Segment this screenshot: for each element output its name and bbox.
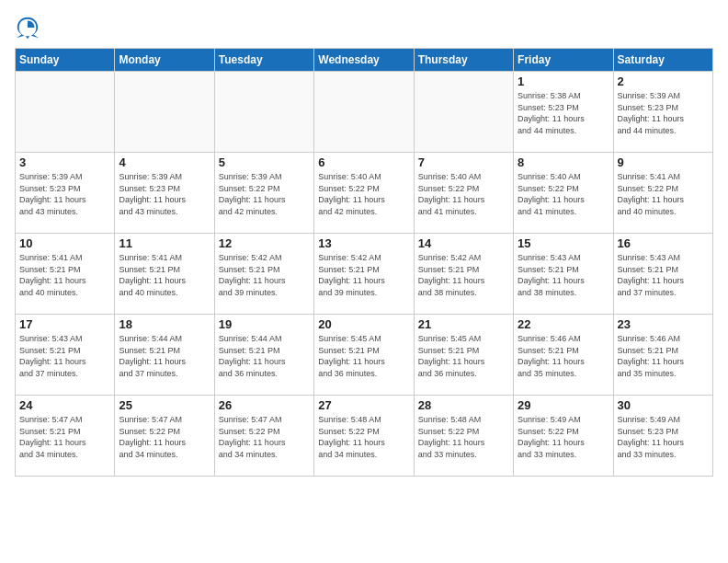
day-number: 1 bbox=[518, 75, 609, 88]
day-info: Sunrise: 5:42 AM Sunset: 5:21 PM Dayligh… bbox=[418, 252, 509, 298]
calendar-cell: 12Sunrise: 5:42 AM Sunset: 5:21 PM Dayli… bbox=[214, 234, 313, 315]
day-info: Sunrise: 5:44 AM Sunset: 5:21 PM Dayligh… bbox=[219, 333, 310, 379]
day-number: 22 bbox=[518, 317, 609, 331]
calendar-cell: 11Sunrise: 5:41 AM Sunset: 5:21 PM Dayli… bbox=[115, 234, 214, 315]
day-info: Sunrise: 5:39 AM Sunset: 5:23 PM Dayligh… bbox=[19, 171, 110, 217]
calendar-cell: 25Sunrise: 5:47 AM Sunset: 5:22 PM Dayli… bbox=[115, 396, 214, 477]
calendar-cell: 26Sunrise: 5:47 AM Sunset: 5:22 PM Dayli… bbox=[214, 396, 313, 477]
day-number: 4 bbox=[119, 155, 210, 169]
calendar-cell: 8Sunrise: 5:40 AM Sunset: 5:22 PM Daylig… bbox=[514, 153, 613, 234]
page-container: SundayMondayTuesdayWednesdayThursdayFrid… bbox=[0, 0, 728, 484]
day-number: 12 bbox=[219, 236, 310, 250]
day-number: 19 bbox=[219, 317, 310, 331]
week-row-4: 17Sunrise: 5:43 AM Sunset: 5:21 PM Dayli… bbox=[16, 315, 713, 396]
weekday-header-thursday: Thursday bbox=[414, 49, 513, 72]
day-number: 3 bbox=[19, 155, 110, 169]
week-row-3: 10Sunrise: 5:41 AM Sunset: 5:21 PM Dayli… bbox=[16, 234, 713, 315]
weekday-header-sunday: Sunday bbox=[16, 49, 115, 72]
weekday-header-saturday: Saturday bbox=[613, 49, 712, 72]
calendar-cell bbox=[214, 72, 313, 153]
weekday-header-monday: Monday bbox=[115, 49, 214, 72]
calendar-cell: 24Sunrise: 5:47 AM Sunset: 5:21 PM Dayli… bbox=[16, 396, 115, 477]
calendar-cell: 5Sunrise: 5:39 AM Sunset: 5:22 PM Daylig… bbox=[214, 153, 313, 234]
day-info: Sunrise: 5:45 AM Sunset: 5:21 PM Dayligh… bbox=[418, 333, 509, 379]
day-number: 26 bbox=[219, 398, 310, 412]
week-row-2: 3Sunrise: 5:39 AM Sunset: 5:23 PM Daylig… bbox=[16, 153, 713, 234]
day-info: Sunrise: 5:42 AM Sunset: 5:21 PM Dayligh… bbox=[318, 252, 409, 298]
calendar-cell: 20Sunrise: 5:45 AM Sunset: 5:21 PM Dayli… bbox=[314, 315, 414, 396]
calendar-cell: 19Sunrise: 5:44 AM Sunset: 5:21 PM Dayli… bbox=[214, 315, 313, 396]
day-info: Sunrise: 5:41 AM Sunset: 5:22 PM Dayligh… bbox=[618, 171, 709, 217]
day-info: Sunrise: 5:41 AM Sunset: 5:21 PM Dayligh… bbox=[19, 252, 110, 298]
calendar-cell: 7Sunrise: 5:40 AM Sunset: 5:22 PM Daylig… bbox=[414, 153, 513, 234]
logo bbox=[15, 15, 44, 40]
calendar-cell bbox=[414, 72, 513, 153]
calendar-cell: 17Sunrise: 5:43 AM Sunset: 5:21 PM Dayli… bbox=[16, 315, 115, 396]
day-info: Sunrise: 5:48 AM Sunset: 5:22 PM Dayligh… bbox=[418, 414, 509, 460]
calendar-cell: 23Sunrise: 5:46 AM Sunset: 5:21 PM Dayli… bbox=[613, 315, 712, 396]
day-number: 27 bbox=[318, 398, 409, 412]
day-info: Sunrise: 5:47 AM Sunset: 5:22 PM Dayligh… bbox=[119, 414, 210, 460]
day-number: 9 bbox=[618, 155, 709, 169]
day-info: Sunrise: 5:47 AM Sunset: 5:21 PM Dayligh… bbox=[19, 414, 110, 460]
day-info: Sunrise: 5:47 AM Sunset: 5:22 PM Dayligh… bbox=[219, 414, 310, 460]
day-info: Sunrise: 5:41 AM Sunset: 5:21 PM Dayligh… bbox=[119, 252, 210, 298]
calendar-cell: 22Sunrise: 5:46 AM Sunset: 5:21 PM Dayli… bbox=[514, 315, 613, 396]
weekday-header-row: SundayMondayTuesdayWednesdayThursdayFrid… bbox=[16, 49, 713, 72]
calendar-cell: 30Sunrise: 5:49 AM Sunset: 5:23 PM Dayli… bbox=[613, 396, 712, 477]
day-number: 2 bbox=[618, 75, 709, 88]
day-info: Sunrise: 5:49 AM Sunset: 5:22 PM Dayligh… bbox=[518, 414, 609, 460]
day-number: 16 bbox=[618, 236, 709, 250]
day-info: Sunrise: 5:39 AM Sunset: 5:23 PM Dayligh… bbox=[119, 171, 210, 217]
day-info: Sunrise: 5:48 AM Sunset: 5:22 PM Dayligh… bbox=[318, 414, 409, 460]
day-info: Sunrise: 5:38 AM Sunset: 5:23 PM Dayligh… bbox=[518, 90, 609, 136]
day-info: Sunrise: 5:43 AM Sunset: 5:21 PM Dayligh… bbox=[518, 252, 609, 298]
day-number: 23 bbox=[618, 317, 709, 331]
day-info: Sunrise: 5:39 AM Sunset: 5:22 PM Dayligh… bbox=[219, 171, 310, 217]
calendar-cell: 29Sunrise: 5:49 AM Sunset: 5:22 PM Dayli… bbox=[514, 396, 613, 477]
day-number: 30 bbox=[618, 398, 709, 412]
weekday-header-wednesday: Wednesday bbox=[314, 49, 414, 72]
day-info: Sunrise: 5:40 AM Sunset: 5:22 PM Dayligh… bbox=[418, 171, 509, 217]
calendar-cell: 6Sunrise: 5:40 AM Sunset: 5:22 PM Daylig… bbox=[314, 153, 414, 234]
calendar-cell: 13Sunrise: 5:42 AM Sunset: 5:21 PM Dayli… bbox=[314, 234, 414, 315]
day-number: 5 bbox=[219, 155, 310, 169]
calendar-cell: 4Sunrise: 5:39 AM Sunset: 5:23 PM Daylig… bbox=[115, 153, 214, 234]
day-number: 18 bbox=[119, 317, 210, 331]
day-number: 21 bbox=[418, 317, 509, 331]
day-number: 7 bbox=[418, 155, 509, 169]
week-row-5: 24Sunrise: 5:47 AM Sunset: 5:21 PM Dayli… bbox=[16, 396, 713, 477]
weekday-header-friday: Friday bbox=[514, 49, 613, 72]
calendar-cell bbox=[314, 72, 414, 153]
calendar-cell: 1Sunrise: 5:38 AM Sunset: 5:23 PM Daylig… bbox=[514, 72, 613, 153]
week-row-1: 1Sunrise: 5:38 AM Sunset: 5:23 PM Daylig… bbox=[16, 72, 713, 153]
day-number: 17 bbox=[19, 317, 110, 331]
day-number: 10 bbox=[19, 236, 110, 250]
day-number: 11 bbox=[119, 236, 210, 250]
calendar-table: SundayMondayTuesdayWednesdayThursdayFrid… bbox=[15, 48, 713, 477]
calendar-cell bbox=[115, 72, 214, 153]
day-number: 24 bbox=[19, 398, 110, 412]
calendar-cell: 15Sunrise: 5:43 AM Sunset: 5:21 PM Dayli… bbox=[514, 234, 613, 315]
day-info: Sunrise: 5:49 AM Sunset: 5:23 PM Dayligh… bbox=[618, 414, 709, 460]
day-number: 13 bbox=[318, 236, 409, 250]
day-info: Sunrise: 5:43 AM Sunset: 5:21 PM Dayligh… bbox=[618, 252, 709, 298]
calendar-cell: 10Sunrise: 5:41 AM Sunset: 5:21 PM Dayli… bbox=[16, 234, 115, 315]
day-info: Sunrise: 5:46 AM Sunset: 5:21 PM Dayligh… bbox=[518, 333, 609, 379]
calendar-cell: 2Sunrise: 5:39 AM Sunset: 5:23 PM Daylig… bbox=[613, 72, 712, 153]
calendar-cell: 16Sunrise: 5:43 AM Sunset: 5:21 PM Dayli… bbox=[613, 234, 712, 315]
day-info: Sunrise: 5:40 AM Sunset: 5:22 PM Dayligh… bbox=[518, 171, 609, 217]
day-number: 15 bbox=[518, 236, 609, 250]
day-number: 6 bbox=[318, 155, 409, 169]
day-info: Sunrise: 5:42 AM Sunset: 5:21 PM Dayligh… bbox=[219, 252, 310, 298]
day-info: Sunrise: 5:39 AM Sunset: 5:23 PM Dayligh… bbox=[618, 90, 709, 136]
header bbox=[15, 15, 713, 40]
day-number: 29 bbox=[518, 398, 609, 412]
calendar-cell: 9Sunrise: 5:41 AM Sunset: 5:22 PM Daylig… bbox=[613, 153, 712, 234]
day-number: 20 bbox=[318, 317, 409, 331]
day-info: Sunrise: 5:40 AM Sunset: 5:22 PM Dayligh… bbox=[318, 171, 409, 217]
calendar-cell: 3Sunrise: 5:39 AM Sunset: 5:23 PM Daylig… bbox=[16, 153, 115, 234]
calendar-cell bbox=[16, 72, 115, 153]
calendar-cell: 27Sunrise: 5:48 AM Sunset: 5:22 PM Dayli… bbox=[314, 396, 414, 477]
day-info: Sunrise: 5:46 AM Sunset: 5:21 PM Dayligh… bbox=[618, 333, 709, 379]
